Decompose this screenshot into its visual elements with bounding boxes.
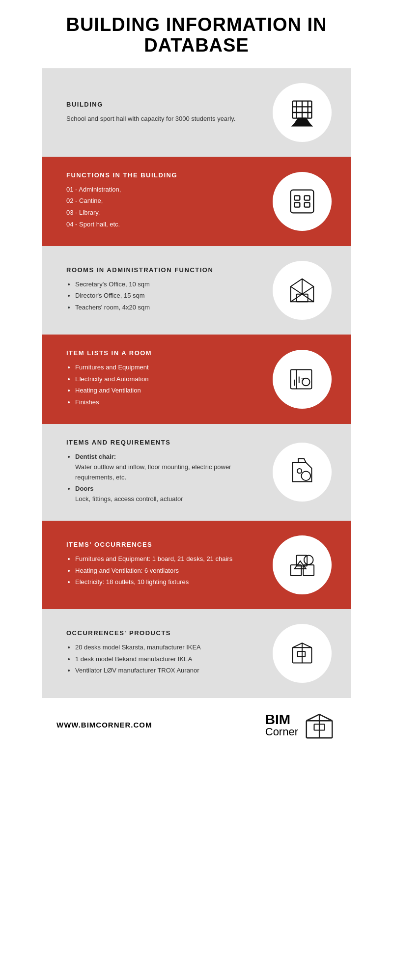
svg-point-32 <box>304 556 313 565</box>
list-item: Teachers' room, 4x20 sqm <box>75 303 258 313</box>
list-item: 03 - Library, <box>66 208 258 218</box>
list-item: Ventilator LØV manufacturer TROX Auranor <box>75 666 258 676</box>
rooms-text: ROOMS IN ADMINISTRATION FUNCTIONSecretar… <box>56 266 268 314</box>
bim-logo-text: BIM Corner <box>265 713 298 737</box>
list-item: Director's Office, 15 sqm <box>75 291 258 301</box>
section-occurrences: ITEMS' OCCURRENCESFurnitures and Equipme… <box>42 521 351 609</box>
items-circle <box>273 350 332 409</box>
items-text: ITEM LISTS IN A ROOMFurnitures and Equip… <box>56 349 268 409</box>
rooms-circle <box>273 261 332 320</box>
svg-point-28 <box>297 469 302 473</box>
occurrences-circle <box>273 535 332 594</box>
rooms-icon-wrapper <box>268 261 337 320</box>
products-circle <box>273 624 332 683</box>
page-header: BUILDING INFORMATION IN DATABASE <box>42 0 351 68</box>
functions-icon-wrapper <box>268 172 337 231</box>
list-item: 04 - Sport hall, etc. <box>66 220 258 230</box>
requirements-body: Dentist chair:Water outflow and inflow, … <box>66 452 258 504</box>
section-functions: FUNCTIONS IN THE BUILDING01 - Administra… <box>42 157 351 246</box>
list-item: DoorsLock, fittings, access controll, ac… <box>75 484 258 504</box>
section-rooms: ROOMS IN ADMINISTRATION FUNCTIONSecretar… <box>42 246 351 335</box>
svg-rect-11 <box>294 202 300 207</box>
svg-marker-7 <box>293 124 312 126</box>
functions-circle <box>273 172 332 231</box>
list-item: Furnitures and Equipment: 1 board, 21 de… <box>75 554 258 564</box>
list-item: 1 desk model Bekand manufacturer IKEA <box>75 654 258 665</box>
list-item: Heating and Ventilation: 6 ventilators <box>75 566 258 576</box>
items-icon-wrapper <box>268 350 337 409</box>
svg-line-16 <box>302 286 313 294</box>
list-item: Electricity: 18 outlets, 10 lighting fix… <box>75 577 258 588</box>
bim-label: BIM <box>265 713 298 727</box>
svg-rect-36 <box>298 651 306 657</box>
items-title: ITEM LISTS IN A ROOM <box>66 349 258 357</box>
svg-marker-6 <box>294 118 309 124</box>
requirements-circle <box>273 443 332 502</box>
rooms-body: Secretary's Office, 10 sqmDirector's Off… <box>66 280 258 313</box>
occurrences-body: Furnitures and Equipment: 1 board, 21 de… <box>66 554 258 588</box>
products-text: OCCURRENCES' PRODUCTS20 desks model Skar… <box>56 629 268 677</box>
section-items: ITEM LISTS IN A ROOMFurnitures and Equip… <box>42 335 351 424</box>
products-body: 20 desks model Skarsta, manufacturer IKE… <box>66 643 258 676</box>
list-item: Dentist chair:Water outflow and inflow, … <box>75 452 258 482</box>
list-item: Secretary's Office, 10 sqm <box>75 280 258 290</box>
items-body: Furnitures and EquipmentElectricity and … <box>66 363 258 408</box>
list-item: 20 desks model Skarsta, manufacturer IKE… <box>75 643 258 653</box>
svg-rect-9 <box>294 196 300 200</box>
svg-rect-8 <box>291 190 314 213</box>
functions-title: FUNCTIONS IN THE BUILDING <box>66 171 258 179</box>
list-item: 01 - Administration, <box>66 185 258 195</box>
requirements-icon-wrapper <box>268 443 337 502</box>
footer: WWW.BIMCORNER.COM BIM Corner <box>42 698 351 752</box>
svg-line-15 <box>291 286 302 294</box>
footer-url: WWW.BIMCORNER.COM <box>56 721 152 729</box>
section-building: BUILDINGSchool and sport hall with capac… <box>42 68 351 157</box>
svg-rect-12 <box>305 202 310 207</box>
list-item: Furnitures and Equipment <box>75 363 258 373</box>
building-circle <box>273 83 332 142</box>
corner-label: Corner <box>265 727 298 737</box>
bim-box-icon <box>302 708 337 742</box>
section-requirements: ITEMS AND REQUIREMENTSDentist chair:Wate… <box>42 424 351 521</box>
footer-logo: BIM Corner <box>265 708 337 742</box>
requirements-text: ITEMS AND REQUIREMENTSDentist chair:Wate… <box>56 439 268 506</box>
sections-container: BUILDINGSchool and sport hall with capac… <box>42 68 351 698</box>
page-title: BUILDING INFORMATION IN DATABASE <box>61 15 332 56</box>
building-title: BUILDING <box>66 101 258 108</box>
functions-body: 01 - Administration,02 - Cantine,03 - Li… <box>66 185 258 230</box>
products-icon-wrapper <box>268 624 337 683</box>
occurrences-title: ITEMS' OCCURRENCES <box>66 541 258 548</box>
building-icon-wrapper <box>268 83 337 142</box>
svg-marker-27 <box>298 459 306 463</box>
requirements-title: ITEMS AND REQUIREMENTS <box>66 439 258 446</box>
list-item: Electricity and Automation <box>75 374 258 385</box>
building-body: School and sport hall with capacity for … <box>66 114 258 124</box>
list-item: Finishes <box>75 397 258 408</box>
svg-rect-10 <box>305 196 310 200</box>
svg-rect-19 <box>296 294 308 302</box>
building-text: BUILDINGSchool and sport hall with capac… <box>56 101 268 124</box>
list-item: 02 - Cantine, <box>66 196 258 206</box>
svg-point-26 <box>301 472 310 481</box>
functions-text: FUNCTIONS IN THE BUILDING01 - Administra… <box>56 171 268 231</box>
list-item: Heating and Ventilation <box>75 386 258 396</box>
occurrences-text: ITEMS' OCCURRENCESFurnitures and Equipme… <box>56 541 268 589</box>
section-products: OCCURRENCES' PRODUCTS20 desks model Skar… <box>42 609 351 698</box>
products-title: OCCURRENCES' PRODUCTS <box>66 629 258 637</box>
occurrences-icon-wrapper <box>268 535 337 594</box>
svg-point-22 <box>302 378 310 386</box>
rooms-title: ROOMS IN ADMINISTRATION FUNCTION <box>66 266 258 274</box>
